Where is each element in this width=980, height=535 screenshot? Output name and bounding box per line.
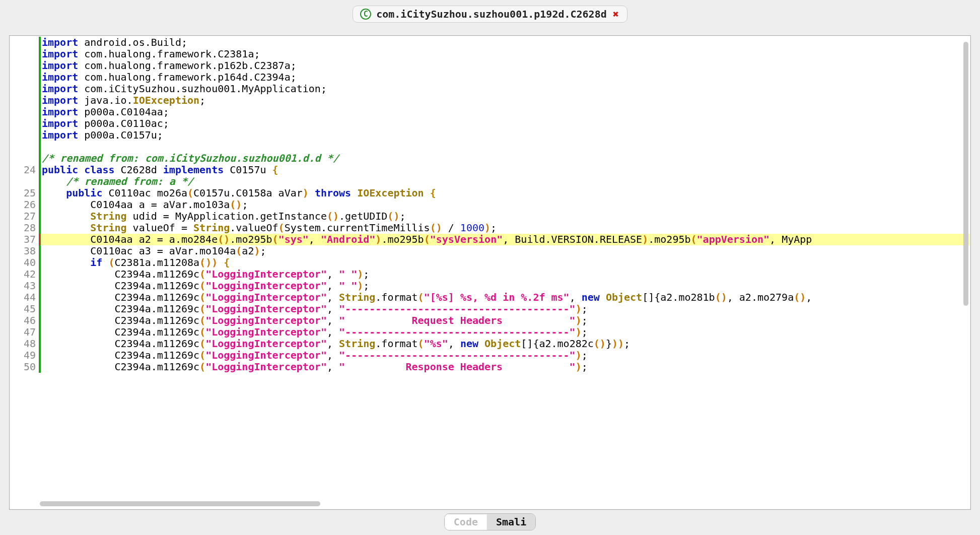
line-number [11, 60, 39, 72]
code-text[interactable]: if (C2381a.m11208a()) { [41, 257, 969, 269]
line-number: 37 [11, 234, 39, 245]
code-text[interactable]: C2394a.m11269c("LoggingInterceptor", " R… [41, 361, 969, 373]
horizontal-scrollbar[interactable] [25, 500, 960, 507]
close-icon[interactable]: ✖ [612, 8, 620, 20]
line-number: 27 [11, 211, 39, 222]
view-toggle: Code Smali [444, 513, 536, 530]
line-number: 47 [11, 326, 39, 338]
line-number: 49 [11, 350, 39, 361]
code-line[interactable]: /* renamed from: com.iCitySuzhou.suzhou0… [11, 153, 969, 164]
code-text[interactable]: /* renamed from: com.iCitySuzhou.suzhou0… [41, 153, 969, 164]
code-text[interactable]: import java.io.IOException; [41, 95, 969, 106]
code-text[interactable]: import com.iCitySuzhou.suzhou001.MyAppli… [41, 83, 969, 95]
code-line[interactable]: 43 C2394a.m11269c("LoggingInterceptor", … [11, 280, 969, 292]
line-number: 46 [11, 315, 39, 326]
line-number [11, 176, 39, 187]
code-line[interactable]: import com.iCitySuzhou.suzhou001.MyAppli… [11, 83, 969, 95]
vertical-scrollbar[interactable] [962, 39, 969, 494]
line-number: 40 [11, 257, 39, 269]
line-number: 50 [11, 361, 39, 373]
editor-panel: import android.os.Build;import com.hualo… [9, 35, 971, 510]
line-number [11, 72, 39, 83]
code-text[interactable]: C0104aa a2 = a.mo284e().mo295b("sys", "A… [41, 234, 969, 245]
line-number [11, 141, 39, 153]
code-text[interactable]: String valueOf = String.valueOf(System.c… [41, 222, 969, 234]
line-number: 48 [11, 338, 39, 350]
code-text[interactable]: import p000a.C0104aa; [41, 106, 969, 118]
code-line[interactable] [11, 141, 969, 153]
code-text[interactable] [41, 141, 969, 153]
code-line[interactable]: 37 C0104aa a2 = a.mo284e().mo295b("sys",… [11, 234, 969, 245]
code-text[interactable]: C2394a.m11269c("LoggingInterceptor", Str… [41, 292, 969, 303]
line-number [11, 37, 39, 48]
code-text[interactable]: String udid = MyApplication.getInstance(… [41, 211, 969, 222]
horizontal-scrollbar-thumb[interactable] [40, 501, 320, 506]
code-text[interactable]: C2394a.m11269c("LoggingInterceptor", " R… [41, 315, 969, 326]
code-line[interactable]: 28 String valueOf = String.valueOf(Syste… [11, 222, 969, 234]
code-line[interactable]: 24public class C2628d implements C0157u … [11, 164, 969, 176]
code-text[interactable]: C2394a.m11269c("LoggingInterceptor", "--… [41, 326, 969, 338]
line-number [11, 129, 39, 141]
toggle-code-button[interactable]: Code [445, 514, 487, 530]
line-number: 43 [11, 280, 39, 292]
code-line[interactable]: 48 C2394a.m11269c("LoggingInterceptor", … [11, 338, 969, 350]
vertical-scrollbar-thumb[interactable] [963, 42, 968, 306]
line-number: 38 [11, 245, 39, 257]
line-number [11, 48, 39, 60]
file-tab-title: com.iCitySuzhou.suzhou001.p192d.C2628d [376, 8, 607, 20]
code-line[interactable]: 26 C0104aa a = aVar.mo103a(); [11, 199, 969, 211]
code-line[interactable]: 47 C2394a.m11269c("LoggingInterceptor", … [11, 326, 969, 338]
app-root: C com.iCitySuzhou.suzhou001.p192d.C2628d… [0, 0, 980, 535]
line-number [11, 83, 39, 95]
code-line[interactable]: 38 C0110ac a3 = aVar.mo104a(a2); [11, 245, 969, 257]
line-number: 26 [11, 199, 39, 211]
code-line[interactable]: import com.hualong.framework.p164d.C2394… [11, 72, 969, 83]
code-line[interactable]: import p000a.C0104aa; [11, 106, 969, 118]
code-text[interactable]: C2394a.m11269c("LoggingInterceptor", "--… [41, 350, 969, 361]
code-line[interactable]: 40 if (C2381a.m11208a()) { [11, 257, 969, 269]
code-line[interactable]: 44 C2394a.m11269c("LoggingInterceptor", … [11, 292, 969, 303]
line-number [11, 106, 39, 118]
code-text[interactable]: import com.hualong.framework.C2381a; [41, 48, 969, 60]
code-line[interactable]: import p000a.C0157u; [11, 129, 969, 141]
code-line[interactable]: import com.hualong.framework.C2381a; [11, 48, 969, 60]
code-text[interactable]: import p000a.C0157u; [41, 129, 969, 141]
tab-bar: C com.iCitySuzhou.suzhou001.p192d.C2628d… [0, 4, 980, 24]
code-line[interactable]: import com.hualong.framework.p162b.C2387… [11, 60, 969, 72]
code-text[interactable]: public class C2628d implements C0157u { [41, 164, 969, 176]
code-text[interactable]: import com.hualong.framework.p162b.C2387… [41, 60, 969, 72]
code-line[interactable]: import android.os.Build; [11, 37, 969, 48]
code-text[interactable]: import com.hualong.framework.p164d.C2394… [41, 72, 969, 83]
code-text[interactable]: C2394a.m11269c("LoggingInterceptor", " "… [41, 280, 969, 292]
toggle-smali-button[interactable]: Smali [487, 514, 535, 530]
code-line[interactable]: 42 C2394a.m11269c("LoggingInterceptor", … [11, 269, 969, 280]
code-text[interactable]: C2394a.m11269c("LoggingInterceptor", "--… [41, 303, 969, 315]
code-line[interactable]: import java.io.IOException; [11, 95, 969, 106]
line-number: 45 [11, 303, 39, 315]
code-text[interactable]: C0104aa a = aVar.mo103a(); [41, 199, 969, 211]
code-line[interactable]: 49 C2394a.m11269c("LoggingInterceptor", … [11, 350, 969, 361]
code-table: import android.os.Build;import com.hualo… [11, 37, 969, 373]
code-line[interactable]: 50 C2394a.m11269c("LoggingInterceptor", … [11, 361, 969, 373]
line-number: 44 [11, 292, 39, 303]
line-number [11, 118, 39, 129]
code-text[interactable]: /* renamed from: a */ [41, 176, 969, 187]
code-text[interactable]: public C0110ac mo26a(C0157u.C0158a aVar)… [41, 187, 969, 199]
code-text[interactable]: C2394a.m11269c("LoggingInterceptor", Str… [41, 338, 969, 350]
code-text[interactable]: C2394a.m11269c("LoggingInterceptor", " "… [41, 269, 969, 280]
editor-scroll-area[interactable]: import android.os.Build;import com.hualo… [11, 37, 969, 508]
line-number: 25 [11, 187, 39, 199]
code-line[interactable]: 27 String udid = MyApplication.getInstan… [11, 211, 969, 222]
line-number: 24 [11, 164, 39, 176]
line-number [11, 95, 39, 106]
code-line[interactable]: import p000a.C0110ac; [11, 118, 969, 129]
line-number: 28 [11, 222, 39, 234]
code-line[interactable]: 25 public C0110ac mo26a(C0157u.C0158a aV… [11, 187, 969, 199]
code-text[interactable]: import android.os.Build; [41, 37, 969, 48]
file-tab[interactable]: C com.iCitySuzhou.suzhou001.p192d.C2628d… [353, 6, 627, 23]
code-text[interactable]: import p000a.C0110ac; [41, 118, 969, 129]
code-line[interactable]: 45 C2394a.m11269c("LoggingInterceptor", … [11, 303, 969, 315]
code-text[interactable]: C0110ac a3 = aVar.mo104a(a2); [41, 245, 969, 257]
code-line[interactable]: /* renamed from: a */ [11, 176, 969, 187]
code-line[interactable]: 46 C2394a.m11269c("LoggingInterceptor", … [11, 315, 969, 326]
